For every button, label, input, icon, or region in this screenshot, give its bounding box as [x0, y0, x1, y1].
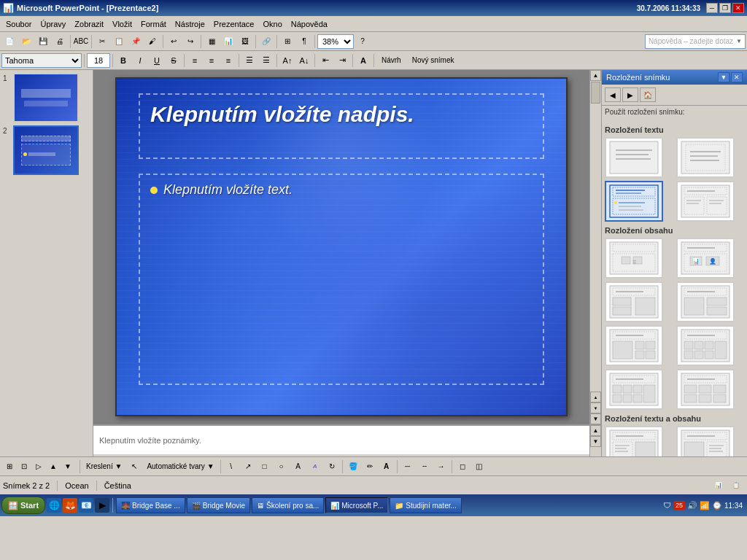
status-ppt-icon[interactable]: 📊 — [711, 478, 727, 493]
content-placeholder[interactable]: Klepnutím vložíte text. — [139, 174, 544, 385]
menu-napoveda[interactable]: Nápověda — [287, 18, 332, 30]
line-color-btn[interactable]: ✏ — [362, 459, 378, 475]
slide-canvas[interactable]: Klepnutím vložíte nadpis. Klepnutím vlož… — [115, 77, 568, 416]
slide-sorter-btn[interactable]: ⊡ — [18, 461, 31, 472]
scroll-split-2[interactable]: ▼ — [590, 402, 601, 413]
tray-icon-3[interactable]: 📶 — [700, 501, 710, 510]
insert-chart[interactable]: 📊 — [220, 34, 236, 50]
panel-back-button[interactable]: ◀ — [605, 88, 621, 102]
open-button[interactable]: 📂 — [18, 34, 34, 50]
notes-scroll-up[interactable]: ▲ — [590, 425, 601, 436]
arrow-style-btn[interactable]: → — [433, 459, 449, 475]
save-button[interactable]: 💾 — [35, 34, 51, 50]
kresleni-button[interactable]: Kreslení ▼ — [82, 459, 125, 475]
select-button[interactable]: ↖ — [126, 459, 142, 475]
decrease-font[interactable]: A↓ — [296, 52, 312, 69]
firefox-icon[interactable]: 🦊 — [63, 498, 77, 513]
layout-tc-1[interactable] — [605, 426, 663, 456]
slide-thumb-1[interactable]: 1 — [3, 73, 90, 122]
zoom-select[interactable]: 38% 50% 75% 100% — [317, 34, 354, 49]
increase-font[interactable]: A↑ — [279, 52, 295, 69]
shadow-btn[interactable]: ◻ — [454, 459, 471, 475]
tray-icon-2[interactable]: 🔊 — [687, 501, 697, 510]
close-button[interactable]: ✕ — [732, 3, 744, 13]
layout-3obj[interactable] — [605, 325, 663, 366]
layout-4obj[interactable] — [676, 325, 735, 366]
notes-scroll-down[interactable]: ▼ — [590, 436, 601, 447]
wordart-button[interactable]: A — [307, 459, 323, 475]
font-color-btn[interactable]: A — [355, 52, 371, 69]
outlook-icon[interactable]: 📧 — [79, 498, 93, 513]
slide-thumb-2[interactable]: 2 — [3, 125, 90, 175]
dash-style-btn[interactable]: ╌ — [417, 459, 433, 475]
expand-all[interactable]: ⊞ — [279, 34, 295, 50]
increase-indent[interactable]: ⇥ — [334, 52, 350, 69]
layout-title-2col[interactable] — [676, 181, 735, 222]
insert-clip[interactable]: 🖼 — [237, 34, 253, 50]
menu-prezentace[interactable]: Prezentace — [209, 18, 259, 30]
print-button[interactable]: 🖨 — [52, 34, 68, 50]
content-text[interactable]: Klepnutím vložíte text. — [150, 182, 533, 198]
scroll-thumb[interactable] — [591, 82, 600, 104]
scroll-split-1[interactable]: ▲ — [590, 392, 601, 402]
layout-2obj-text[interactable] — [605, 281, 663, 322]
strikethrough-button[interactable]: S — [166, 52, 182, 69]
scroll-up-arrow[interactable]: ▲ — [590, 70, 601, 81]
rotate-button[interactable]: ↻ — [324, 459, 340, 475]
taskbar-skoleni[interactable]: 🖥 Školení pro sa... — [252, 497, 324, 513]
menu-soubor[interactable]: Soubor — [1, 18, 36, 30]
bullets-button[interactable]: ☰ — [241, 52, 258, 69]
shapes-button[interactable]: Automatické tvary ▼ — [143, 459, 217, 475]
underline-button[interactable]: U — [149, 52, 165, 69]
fill-color-btn[interactable]: 🪣 — [345, 459, 361, 475]
slide-thumbnail-1[interactable] — [13, 73, 79, 122]
cut-button[interactable]: ✂ — [94, 34, 110, 50]
taskbar-microsoft-p[interactable]: 📊 Microsoft P... — [325, 497, 388, 513]
status-extra-icon[interactable]: 📋 — [728, 478, 744, 493]
align-center[interactable]: ≡ — [204, 52, 220, 69]
media-player-icon[interactable]: ▶ — [95, 498, 109, 513]
layout-blank[interactable] — [605, 137, 663, 178]
notes-scrollbar[interactable]: ▲ ▼ — [589, 425, 601, 456]
title-text[interactable]: Klepnutím vložíte nadpis. — [150, 102, 533, 127]
numbering-button[interactable]: ☰ — [258, 52, 274, 69]
italic-button[interactable]: I — [132, 52, 148, 69]
normal-view-btn[interactable]: ⊞ — [3, 461, 16, 472]
scroll-next[interactable]: ▼ — [61, 461, 74, 472]
copy-button[interactable]: 📋 — [111, 34, 127, 50]
menu-nastroje[interactable]: Nástroje — [171, 18, 209, 30]
minimize-button[interactable]: ─ — [706, 3, 718, 13]
slideshow-btn[interactable]: ▷ — [32, 461, 45, 472]
ie-icon[interactable]: 🌐 — [47, 498, 61, 513]
canvas-scrollbar-right[interactable]: ▲ ▲ ▼ ▼ — [589, 70, 601, 424]
panel-close-button[interactable]: ✕ — [731, 72, 743, 82]
menu-zobrazit[interactable]: Zobrazit — [70, 18, 108, 30]
start-button[interactable]: 🪟 Start — [1, 497, 45, 514]
paste-button[interactable]: 📌 — [128, 34, 144, 50]
menu-format[interactable]: Formát — [136, 18, 171, 30]
decrease-indent[interactable]: ⇤ — [317, 52, 333, 69]
arrow-button[interactable]: ↗ — [240, 459, 256, 475]
canvas-area[interactable]: Klepnutím vložíte nadpis. Klepnutím vlož… — [93, 70, 589, 424]
bold-button[interactable]: B — [115, 52, 131, 69]
font-color-draw-btn[interactable]: A — [379, 459, 395, 475]
tray-kaspersky-icon[interactable]: 🛡 — [663, 501, 671, 510]
help-dropdown-icon[interactable]: ▼ — [736, 38, 742, 44]
spell-button[interactable]: ABC — [73, 34, 89, 50]
font-size-input[interactable] — [87, 53, 110, 68]
design-button[interactable]: Návrh — [376, 52, 406, 69]
textbox-button[interactable]: A — [290, 459, 306, 475]
layout-content-3[interactable] — [676, 369, 735, 410]
menu-upravy[interactable]: Úpravy — [36, 18, 70, 30]
menu-vlozit[interactable]: Vložit — [108, 18, 136, 30]
redo-button[interactable]: ↪ — [182, 34, 198, 50]
title-placeholder[interactable]: Klepnutím vložíte nadpis. — [139, 93, 544, 159]
taskbar-bridge-base[interactable]: 🌉 Bridge Base ... — [116, 497, 185, 513]
scroll-down-arrow[interactable]: ▼ — [590, 413, 601, 424]
new-slide-button[interactable]: Nový snímek — [407, 52, 460, 69]
taskbar-studijni[interactable]: 📁 Studijní mater... — [390, 497, 461, 513]
layout-content-blank[interactable]: ☰ — [605, 238, 663, 279]
font-name-select[interactable]: Tahoma — [1, 53, 82, 68]
slide-thumbnail-2[interactable] — [13, 125, 79, 175]
rect-button[interactable]: □ — [257, 459, 273, 475]
